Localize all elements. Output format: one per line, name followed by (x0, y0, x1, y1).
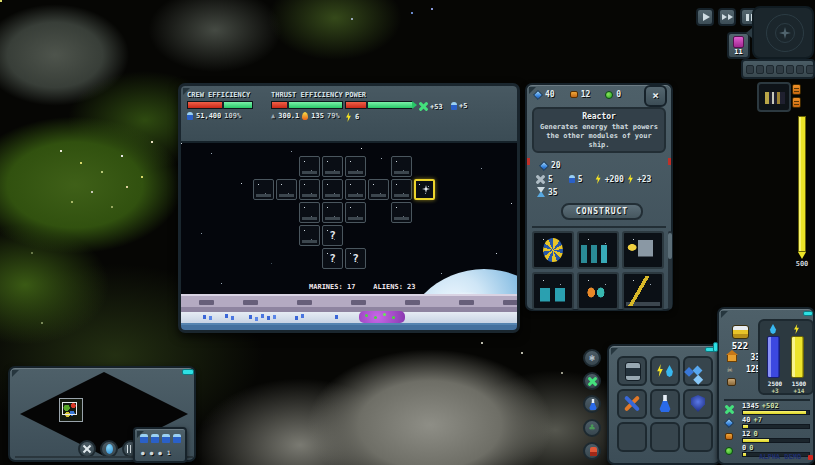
ability-tile[interactable] (617, 422, 647, 452)
ship-module-tile[interactable] (391, 156, 412, 177)
ship-module-tile[interactable]: ? (345, 248, 366, 269)
ability-tile[interactable] (617, 389, 647, 419)
empty-slot[interactable] (806, 65, 814, 74)
speed-button[interactable] (718, 8, 736, 26)
module-art (324, 227, 341, 244)
crew-efficiency-label: CREW EFFICIENCY (187, 91, 253, 99)
squad-dot: 1 (167, 449, 171, 456)
ability-tile[interactable] (683, 389, 713, 419)
ship-module-tile[interactable] (322, 179, 343, 200)
ship-module-tile[interactable] (322, 156, 343, 177)
empty-slot[interactable] (786, 65, 794, 74)
thrust-efficiency-bar (271, 101, 343, 109)
battle-counters: MARINES: 17 ALIENS: 23 (309, 283, 416, 291)
thrust-percent: 79% (327, 112, 340, 120)
thumbnail-art (581, 235, 615, 265)
ability-tile[interactable] (683, 422, 713, 452)
ability-tile[interactable] (650, 356, 680, 386)
side-action-button[interactable]: ♣ (583, 419, 601, 437)
ship-module-tile[interactable] (253, 179, 274, 200)
repair-bonus: +53 (419, 102, 443, 111)
ship-module-tile[interactable]: ? (322, 248, 343, 269)
ship-module-tile[interactable] (299, 202, 320, 223)
module-thumbnail[interactable] (622, 272, 664, 310)
battle-ground (181, 312, 517, 323)
repair-bonus-value: +53 (430, 103, 443, 111)
speed-button[interactable] (696, 8, 714, 26)
ship-module-tile[interactable] (299, 179, 320, 200)
station-platform (181, 294, 517, 312)
row-resource-icon (725, 433, 733, 440)
game-screen: 11 500 CREW EFFICIENCY 51,400 (0, 0, 815, 465)
ship-module-tile[interactable] (345, 202, 366, 223)
empty-slot[interactable] (746, 65, 754, 74)
ship-module-tile[interactable] (276, 179, 297, 200)
ship-module-tile[interactable] (299, 225, 320, 246)
empty-slot[interactable] (766, 65, 774, 74)
cost-crystal-value: 20 (551, 161, 561, 170)
empty-slot[interactable] (776, 65, 784, 74)
alpha-demo-label: ALPHA DEMO (759, 453, 801, 461)
minimap-viewport-rect (62, 402, 77, 415)
alert-badge[interactable] (792, 84, 801, 95)
empty-slot[interactable] (756, 65, 764, 74)
squad-unit-icon[interactable] (140, 434, 148, 443)
squad-dot: ● (141, 449, 145, 456)
power-output-value: +23 (637, 175, 651, 184)
ship-module-tile[interactable] (345, 156, 366, 177)
thumbnail-scrollbar[interactable] (668, 231, 672, 309)
ship-module-tile[interactable] (368, 179, 389, 200)
side-action-button[interactable]: ❄ (583, 349, 601, 367)
ability-tile[interactable] (683, 356, 713, 386)
ship-module-tile[interactable] (322, 202, 343, 223)
panel-fold (12, 370, 19, 377)
ship-module-tile[interactable] (299, 156, 320, 177)
close-button[interactable]: × (644, 85, 667, 107)
ground-battle-strip (181, 294, 517, 330)
squad-unit-icon[interactable] (151, 434, 159, 443)
ship-module-tile[interactable] (414, 179, 435, 200)
hourglass-icon (537, 187, 545, 197)
module-thumbnail[interactable] (532, 231, 574, 269)
power-stat: POWER 6 (345, 91, 413, 122)
module-thumbnail[interactable] (577, 231, 619, 269)
ability-tile[interactable] (650, 422, 680, 452)
cost-tools-value: 5 (548, 175, 553, 184)
ship-module-tile[interactable]: ? (322, 225, 343, 246)
ship-module-tile[interactable] (345, 179, 366, 200)
tank-value: 1500 (787, 380, 811, 387)
thumbnail-art (626, 276, 660, 306)
construct-button[interactable]: CONSTRUCT (561, 203, 643, 220)
ship-module-tile[interactable] (391, 179, 412, 200)
squad-unit-icon[interactable] (173, 434, 181, 443)
module-art (324, 181, 341, 198)
compass-radar[interactable] (752, 6, 814, 59)
squad-unit-icon[interactable] (162, 434, 170, 443)
module-art (347, 158, 364, 175)
colony-hud-panel: 522 334 ☠ 125 1 2500 +3 (717, 307, 815, 465)
resource-icon (533, 89, 543, 99)
crew-percent: 109% (224, 112, 241, 120)
empty-slot[interactable] (796, 65, 804, 74)
ship-module-tile[interactable] (391, 202, 412, 223)
module-art (347, 204, 364, 221)
module-thumbnail[interactable] (622, 231, 664, 269)
module-art (347, 181, 364, 198)
event-preview-panel[interactable] (757, 82, 791, 112)
ability-tile[interactable] (617, 356, 647, 386)
row-resource-icon (725, 405, 734, 414)
thrust-mass-value: 300.1 (278, 112, 299, 120)
speed-control-bar (696, 8, 758, 26)
module-art (301, 158, 318, 175)
marines-counter: MARINES: 17 (309, 283, 355, 291)
row-progress-track (742, 424, 810, 429)
module-thumbnail[interactable] (532, 272, 574, 310)
ability-tile[interactable] (650, 389, 680, 419)
side-action-button[interactable] (583, 372, 601, 390)
thrust-heat-value: 135 (311, 112, 324, 120)
side-action-button[interactable] (583, 442, 601, 460)
alert-badge[interactable] (792, 97, 801, 108)
side-action-button[interactable] (583, 395, 601, 413)
module-art (393, 181, 410, 198)
module-thumbnail[interactable] (577, 272, 619, 310)
